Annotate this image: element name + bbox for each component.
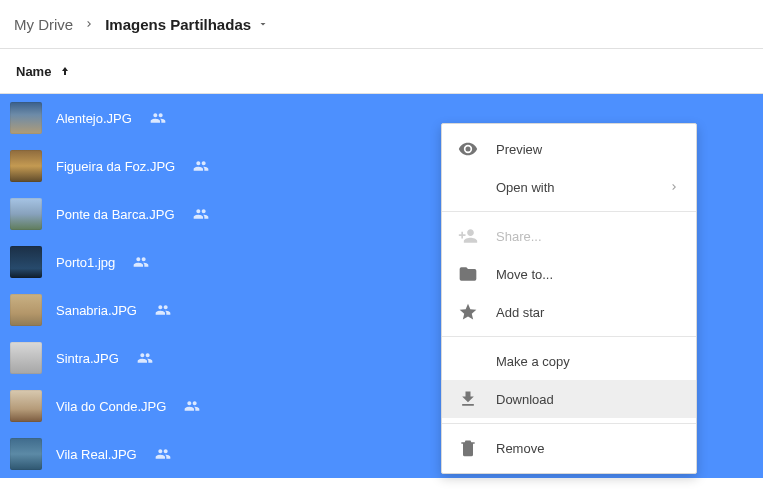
shared-icon bbox=[193, 158, 209, 174]
menu-item-download[interactable]: Download bbox=[442, 380, 696, 418]
shared-icon bbox=[155, 446, 171, 462]
menu-item-label: Make a copy bbox=[496, 354, 570, 369]
shared-icon bbox=[193, 206, 209, 222]
download-icon bbox=[458, 389, 478, 409]
caret-down-icon bbox=[257, 18, 269, 30]
menu-item-share: Share... bbox=[442, 217, 696, 255]
shared-icon bbox=[133, 254, 149, 270]
breadcrumb-root[interactable]: My Drive bbox=[14, 16, 73, 33]
column-header-name[interactable]: Name bbox=[16, 64, 71, 79]
person-add-icon bbox=[458, 226, 478, 246]
shared-icon bbox=[150, 110, 166, 126]
trash-icon bbox=[458, 438, 478, 458]
context-menu: Preview Open with Share... Move to... Ad… bbox=[441, 123, 697, 474]
chevron-right-icon bbox=[83, 18, 95, 30]
menu-item-label: Preview bbox=[496, 142, 542, 157]
file-thumbnail bbox=[10, 246, 42, 278]
file-name-label: Ponte da Barca.JPG bbox=[56, 207, 175, 222]
breadcrumb: My Drive Imagens Partilhadas bbox=[0, 0, 763, 48]
menu-item-remove[interactable]: Remove bbox=[442, 429, 696, 467]
file-name-label: Sanabria.JPG bbox=[56, 303, 137, 318]
file-thumbnail bbox=[10, 150, 42, 182]
file-name-label: Porto1.jpg bbox=[56, 255, 115, 270]
blank-icon bbox=[458, 177, 478, 197]
menu-item-label: Share... bbox=[496, 229, 542, 244]
chevron-right-icon bbox=[668, 181, 680, 193]
menu-separator bbox=[442, 336, 696, 337]
file-name-label: Figueira da Foz.JPG bbox=[56, 159, 175, 174]
sort-ascending-icon bbox=[59, 65, 71, 77]
menu-separator bbox=[442, 423, 696, 424]
breadcrumb-current-label: Imagens Partilhadas bbox=[105, 16, 251, 33]
menu-item-label: Move to... bbox=[496, 267, 553, 282]
file-thumbnail bbox=[10, 198, 42, 230]
file-name-label: Sintra.JPG bbox=[56, 351, 119, 366]
eye-icon bbox=[458, 139, 478, 159]
blank-icon bbox=[458, 351, 478, 371]
file-thumbnail bbox=[10, 294, 42, 326]
file-thumbnail bbox=[10, 102, 42, 134]
menu-item-make-copy[interactable]: Make a copy bbox=[442, 342, 696, 380]
menu-item-open-with[interactable]: Open with bbox=[442, 168, 696, 206]
file-thumbnail bbox=[10, 390, 42, 422]
menu-item-label: Add star bbox=[496, 305, 544, 320]
menu-item-preview[interactable]: Preview bbox=[442, 130, 696, 168]
shared-icon bbox=[184, 398, 200, 414]
star-icon bbox=[458, 302, 478, 322]
file-thumbnail bbox=[10, 438, 42, 470]
menu-separator bbox=[442, 211, 696, 212]
menu-item-move-to[interactable]: Move to... bbox=[442, 255, 696, 293]
file-name-label: Alentejo.JPG bbox=[56, 111, 132, 126]
file-name-label: Vila Real.JPG bbox=[56, 447, 137, 462]
menu-item-label: Remove bbox=[496, 441, 544, 456]
shared-icon bbox=[155, 302, 171, 318]
folder-icon bbox=[458, 264, 478, 284]
file-thumbnail bbox=[10, 342, 42, 374]
menu-item-label: Open with bbox=[496, 180, 555, 195]
menu-item-label: Download bbox=[496, 392, 554, 407]
column-header-name-label: Name bbox=[16, 64, 51, 79]
list-header: Name bbox=[0, 49, 763, 94]
breadcrumb-current[interactable]: Imagens Partilhadas bbox=[105, 16, 269, 33]
file-name-label: Vila do Conde.JPG bbox=[56, 399, 166, 414]
menu-item-add-star[interactable]: Add star bbox=[442, 293, 696, 331]
shared-icon bbox=[137, 350, 153, 366]
